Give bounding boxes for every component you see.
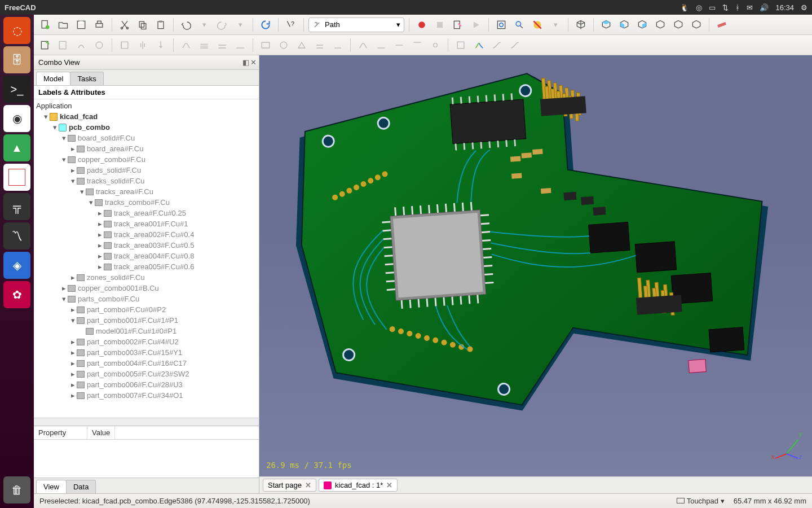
- tree-twisty-icon[interactable]: ▸: [96, 240, 104, 251]
- dash-icon[interactable]: ◌: [3, 17, 30, 44]
- tree-item[interactable]: part_combo006#F.Cu#28#U3: [87, 379, 183, 390]
- virtualbox-icon[interactable]: ◈: [3, 252, 30, 279]
- bluetooth-icon[interactable]: ᚼ: [735, 3, 740, 12]
- cnc-icon[interactable]: ╦: [3, 193, 30, 220]
- new-document-icon[interactable]: [37, 17, 53, 33]
- redo-dropdown-icon[interactable]: ▾: [232, 17, 248, 33]
- path-mod4-icon[interactable]: [507, 37, 523, 53]
- tree-item[interactable]: model001#F.Cu#1#0#P1: [96, 326, 176, 336]
- tree-twisty-icon[interactable]: ▾: [78, 186, 86, 197]
- macro-edit-icon[interactable]: [450, 17, 466, 33]
- tree-twisty-icon[interactable]: ▸: [60, 283, 68, 294]
- refresh-icon[interactable]: [258, 17, 273, 33]
- tab-view[interactable]: View: [36, 480, 67, 493]
- tree-twisty-icon[interactable]: ▸: [69, 347, 77, 358]
- path-op6-icon[interactable]: [276, 37, 292, 53]
- tree-twisty-icon[interactable]: ▾: [87, 197, 95, 208]
- macro-play-icon[interactable]: [468, 17, 484, 33]
- fit-all-icon[interactable]: [493, 17, 509, 33]
- view-iso-icon[interactable]: [573, 17, 589, 33]
- path-mod2-icon[interactable]: [471, 37, 487, 53]
- path-op5-icon[interactable]: [258, 37, 273, 53]
- files-icon[interactable]: 🗄: [3, 46, 30, 73]
- cut-icon[interactable]: [117, 17, 133, 33]
- tree-item[interactable]: tracks_combo#F.Cu: [105, 197, 170, 208]
- path-mod3-icon[interactable]: [489, 37, 505, 53]
- tab-data[interactable]: Data: [66, 480, 96, 493]
- tree-twisty-icon[interactable]: ▾: [42, 111, 50, 122]
- tree-twisty-icon[interactable]: ▸: [96, 251, 104, 261]
- draw-style-dropdown-icon[interactable]: ▾: [548, 17, 563, 33]
- macro-record-icon[interactable]: [414, 17, 430, 33]
- tree-item[interactable]: track_area004#F.Cu#0.8: [114, 251, 194, 261]
- path-dress4-icon[interactable]: [409, 37, 425, 53]
- tree-item[interactable]: part_combo007#F.Cu#34#O1: [87, 390, 183, 401]
- 3d-viewport[interactable]: 26.9 ms / 37.1 fps x y z: [259, 55, 812, 476]
- tree-hscrollbar[interactable]: [34, 418, 259, 426]
- clock[interactable]: 16:34: [775, 3, 794, 12]
- tree-item[interactable]: track_area005#F.Cu#0.6: [114, 261, 194, 272]
- tree-scroll[interactable]: Application ▾kicad_fcad ▾pcb_combo ▾boar…: [34, 99, 259, 418]
- path-job-icon[interactable]: [37, 37, 53, 53]
- path-drilling-icon[interactable]: [153, 37, 169, 53]
- view-top-icon[interactable]: [616, 17, 632, 33]
- battery-icon[interactable]: ▭: [709, 3, 716, 12]
- path-contour-icon[interactable]: [117, 37, 133, 53]
- workbench-selector[interactable]: Path ▾: [308, 17, 404, 32]
- tree-item[interactable]: part_combo003#F.Cu#15#Y1: [87, 347, 182, 358]
- tux-icon[interactable]: 🐧: [680, 3, 689, 12]
- tree-twisty-icon[interactable]: ▸: [96, 261, 104, 272]
- panel-close-icon[interactable]: ✕: [250, 58, 257, 67]
- terminal-icon[interactable]: >_: [3, 76, 30, 103]
- path-op4-icon[interactable]: [232, 37, 248, 53]
- tree-twisty-icon[interactable]: ▸: [96, 218, 104, 229]
- tree-item[interactable]: zones_solid#F.Cu: [87, 272, 145, 283]
- tree-item[interactable]: pads_solid#F.Cu: [87, 165, 141, 176]
- tree-item[interactable]: copper_combo#F.Cu: [78, 154, 145, 165]
- tree-twisty-icon[interactable]: ▾: [60, 154, 68, 165]
- tree-item[interactable]: copper_combo001#B.Cu: [78, 283, 159, 294]
- tree-twisty-icon[interactable]: ▸: [69, 369, 77, 379]
- tree-twisty-icon[interactable]: ▸: [69, 304, 77, 315]
- volume-icon[interactable]: 🔊: [760, 3, 769, 12]
- libreoffice-icon[interactable]: [3, 164, 30, 191]
- tree-twisty-icon[interactable]: ▾: [51, 122, 59, 133]
- path-mod1-icon[interactable]: [453, 37, 469, 53]
- tree-twisty-icon[interactable]: ▸: [69, 165, 77, 176]
- system-monitor-icon[interactable]: 〽: [3, 222, 30, 249]
- tree-item[interactable]: tracks_area#F.Cu: [96, 186, 153, 197]
- path-post-icon[interactable]: [55, 37, 71, 53]
- path-op7-icon[interactable]: [294, 37, 310, 53]
- tree-item[interactable]: track_area001#F.Cu#1: [114, 218, 188, 229]
- tree-item[interactable]: track_area002#F.Cu#0.4: [114, 229, 194, 240]
- fit-selection-icon[interactable]: [511, 17, 527, 33]
- undo-icon[interactable]: [178, 17, 194, 33]
- tree-item[interactable]: track_area003#F.Cu#0.5: [114, 240, 194, 251]
- measure-icon[interactable]: [714, 17, 730, 33]
- tree-twisty-icon[interactable]: ▸: [69, 336, 77, 347]
- tree-twisty-icon[interactable]: ▸: [69, 390, 77, 401]
- doc-tab-kicad[interactable]: kicad_fcad : 1* ✕: [319, 479, 398, 492]
- android-studio-icon[interactable]: ▲: [3, 134, 30, 161]
- tree-twisty-icon[interactable]: ▾: [60, 294, 68, 304]
- path-op3-icon[interactable]: [214, 37, 230, 53]
- tree-item[interactable]: tracks_solid#F.Cu: [87, 176, 145, 186]
- paste-icon[interactable]: [153, 17, 169, 33]
- whats-this-icon[interactable]: ?: [283, 17, 299, 33]
- tree-twisty-icon[interactable]: ▸: [69, 379, 77, 390]
- copy-icon[interactable]: [135, 17, 151, 33]
- doc-tab-start[interactable]: Start page ✕: [263, 479, 316, 492]
- mail-icon[interactable]: ✉: [747, 3, 753, 12]
- tree-item[interactable]: track_area#F.Cu#0.25: [114, 208, 186, 218]
- tree-twisty-icon[interactable]: ▸: [96, 229, 104, 240]
- print-icon[interactable]: [91, 17, 107, 33]
- tree-doc[interactable]: kicad_fcad: [60, 111, 98, 122]
- gear-icon[interactable]: ⚙: [801, 3, 807, 12]
- path-op1-icon[interactable]: [178, 37, 194, 53]
- path-dress1-icon[interactable]: [355, 37, 371, 53]
- tree-item[interactable]: part_combo001#F.Cu#1#P1: [87, 315, 178, 326]
- tree-item[interactable]: board_solid#F.Cu: [78, 133, 135, 143]
- chrome-icon[interactable]: ◉: [3, 105, 30, 132]
- network-icon[interactable]: ⇅: [722, 3, 729, 12]
- path-dress2-icon[interactable]: [373, 37, 389, 53]
